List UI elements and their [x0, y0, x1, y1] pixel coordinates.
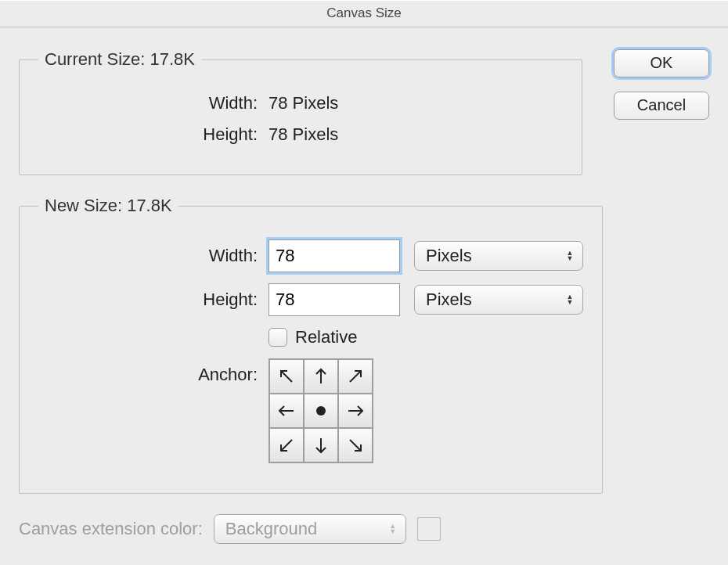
updown-icon: ▲▼	[388, 524, 398, 534]
anchor-s[interactable]	[304, 428, 338, 462]
width-unit-dropdown[interactable]: Pixels ▲▼	[414, 241, 583, 271]
anchor-e[interactable]	[338, 394, 373, 428]
current-size-legend: Current Size: 17.8K	[38, 49, 201, 70]
width-unit-value: Pixels	[426, 246, 472, 266]
current-width-value: 78 Pixels	[268, 93, 338, 113]
new-height-label: Height:	[38, 290, 268, 310]
svg-line-5	[281, 440, 292, 451]
extension-color-swatch	[417, 517, 441, 541]
height-unit-value: Pixels	[426, 290, 472, 310]
anchor-grid	[268, 358, 373, 463]
svg-line-0	[281, 371, 292, 382]
window-title: Canvas Size	[0, 0, 728, 27]
svg-line-7	[350, 440, 361, 451]
width-input[interactable]	[268, 239, 400, 272]
height-input[interactable]	[268, 283, 400, 316]
height-unit-dropdown[interactable]: Pixels ▲▼	[414, 285, 583, 315]
new-size-legend: New Size: 17.8K	[38, 196, 178, 216]
new-width-label: Width:	[38, 246, 268, 266]
svg-line-2	[350, 371, 361, 382]
cancel-button[interactable]: Cancel	[614, 92, 709, 120]
extension-color-value: Background	[225, 519, 317, 539]
new-size-group: New Size: 17.8K Width: Pixels ▲▼ Height:…	[19, 196, 603, 494]
anchor-n[interactable]	[304, 359, 338, 394]
ok-button[interactable]: OK	[614, 49, 709, 77]
current-height-label: Height:	[38, 124, 268, 145]
extension-color-label: Canvas extension color:	[19, 519, 214, 539]
anchor-nw[interactable]	[269, 359, 304, 394]
relative-label: Relative	[295, 327, 357, 347]
current-height-value: 78 Pixels	[268, 124, 338, 145]
dot-icon	[316, 406, 326, 416]
anchor-label: Anchor:	[38, 358, 268, 385]
anchor-ne[interactable]	[338, 359, 373, 394]
anchor-w[interactable]	[269, 394, 304, 428]
updown-icon: ▲▼	[565, 250, 575, 261]
updown-icon: ▲▼	[565, 294, 575, 305]
extension-color-dropdown: Background ▲▼	[214, 514, 406, 544]
anchor-center[interactable]	[304, 394, 338, 428]
relative-checkbox[interactable]	[268, 328, 287, 347]
current-size-group: Current Size: 17.8K Width: 78 Pixels Hei…	[19, 49, 582, 175]
current-width-label: Width:	[38, 93, 268, 113]
anchor-sw[interactable]	[269, 428, 304, 462]
anchor-se[interactable]	[338, 428, 373, 462]
